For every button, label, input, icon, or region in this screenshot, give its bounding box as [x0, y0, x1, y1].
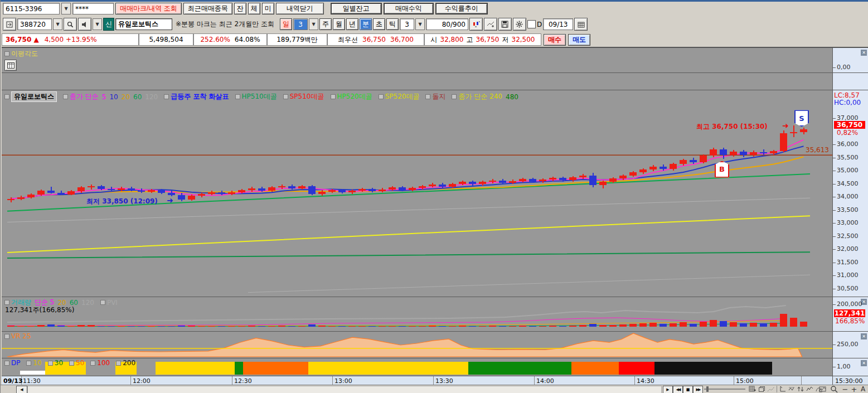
vr-indicator-panel[interactable]: VR 25 — [2, 332, 832, 358]
gear-icon[interactable] — [513, 18, 526, 31]
speed-slider-thumb[interactable] — [706, 386, 709, 392]
period-tick-button[interactable]: 틱 — [386, 18, 399, 30]
grid-settings-icon[interactable] — [4, 60, 17, 71]
stock-name[interactable]: 유일로보틱스 — [115, 18, 172, 30]
scroll-left-icon[interactable]: ◀ — [16, 386, 27, 393]
trade-profit-button[interactable]: 매매수익 — [384, 3, 434, 14]
ma-angle-panel[interactable]: 이평각도 — [2, 48, 832, 73]
legend-item: 종가 단순 240 — [458, 92, 502, 101]
window-link-icon[interactable] — [3, 18, 16, 31]
legend-toggle-square[interactable] — [425, 94, 430, 99]
snapshot-icon[interactable] — [818, 385, 827, 393]
legend-toggle-square[interactable] — [90, 361, 95, 366]
jan-button[interactable]: 잔 — [234, 3, 246, 14]
close-panel-icon[interactable]: ✕ — [861, 50, 867, 56]
save-icon[interactable] — [498, 18, 512, 31]
daily-balance-button[interactable]: 일별잔고 — [331, 3, 382, 14]
compare-candles-icon[interactable] — [469, 18, 483, 31]
legend-toggle-square[interactable] — [116, 361, 121, 366]
sell-button[interactable]: 매도 — [568, 34, 590, 46]
legend-toggle-square[interactable] — [164, 94, 169, 99]
zoom-in-icon[interactable]: + — [850, 385, 858, 393]
legend-toggle-square[interactable] — [4, 300, 9, 305]
candle-body — [619, 176, 627, 179]
account-select[interactable]: 6115-3396 — [3, 3, 60, 14]
vr-toggle-square[interactable] — [4, 334, 9, 339]
legend-toggle-square[interactable] — [100, 300, 105, 305]
legend-toggle-square[interactable] — [4, 94, 9, 99]
main-chart-panel[interactable]: 유일로보틱스종가 단순5102060120급등주 포착 화살표HP510데골SP… — [2, 90, 832, 297]
d-checkbox[interactable] — [527, 20, 536, 28]
legend-toggle-square[interactable] — [452, 94, 457, 99]
dp-indicator-panel[interactable]: DP103050100200 — [2, 358, 832, 376]
legend-toggle-square[interactable] — [69, 361, 74, 366]
calendar-icon[interactable] — [574, 18, 588, 31]
legend-toggle-square[interactable] — [379, 94, 384, 99]
close-dp-icon[interactable]: ✕ — [861, 360, 867, 366]
return-trend-button[interactable]: 수익률추이 — [435, 3, 488, 14]
search-icon[interactable] — [64, 18, 77, 31]
legend-toggle-square[interactable] — [4, 361, 9, 366]
stock-code-select[interactable]: 388720 — [17, 18, 52, 30]
legend-item: 돌지 — [432, 92, 445, 101]
auto-scale-icon[interactable]: A — [859, 385, 867, 393]
legend-toggle-square[interactable] — [235, 94, 240, 99]
volume-bar — [248, 326, 255, 327]
account-dropdown-arrow-icon[interactable]: ▼ — [61, 3, 71, 14]
grid-add-icon[interactable] — [748, 385, 757, 393]
period-day-button[interactable]: 일 — [280, 18, 292, 30]
date-field[interactable]: 09/13 — [543, 18, 573, 30]
period-year-button[interactable]: 년 — [346, 18, 358, 30]
stop-icon[interactable]: ■ — [683, 386, 693, 393]
dp-axis[interactable]: ✕ 1,00 — [832, 358, 868, 376]
speaker-icon[interactable] — [78, 18, 91, 31]
close-vr-icon[interactable]: ✕ — [861, 333, 867, 339]
cascade-windows-icon[interactable] — [757, 385, 766, 393]
trade-mark-inquiry-button[interactable]: 매매마크/내역 조회 — [115, 3, 182, 14]
ma-angle-axis[interactable]: ✕ 0,00 — [832, 48, 868, 73]
legend-toggle-square[interactable] — [63, 94, 68, 99]
scrollbar-track[interactable] — [27, 386, 662, 393]
trendline-add-icon[interactable] — [484, 18, 497, 31]
panel-toggle-square[interactable] — [4, 51, 9, 56]
close-history-button[interactable]: 내역닫기 — [276, 3, 324, 14]
che-button[interactable]: 체 — [248, 3, 260, 14]
tick-value-select[interactable]: 3 — [400, 18, 414, 30]
recent-traded-stocks-button[interactable]: 최근매매종목 — [183, 3, 232, 14]
trend-tool-icon[interactable] — [788, 385, 796, 393]
legend-toggle-square[interactable] — [26, 361, 31, 366]
password-field[interactable]: **** — [72, 3, 114, 14]
crosshair-tool-icon[interactable] — [779, 385, 787, 393]
rewind-icon[interactable]: ◀◀ — [673, 386, 683, 393]
volume-panel[interactable]: 거래량단순 52060120PVI 127,341주(166,85%) — [2, 297, 832, 332]
mi-button[interactable]: 미 — [262, 3, 274, 14]
fast-forward-icon[interactable]: ▶▶ — [693, 386, 703, 393]
zigzag-tool-icon[interactable] — [806, 385, 814, 393]
bar-count-field[interactable]: 80/900 — [426, 18, 468, 30]
day-value-select[interactable]: 3 — [293, 18, 308, 30]
legend-toggle-square[interactable] — [48, 361, 53, 366]
time-label: 13:00 — [334, 377, 352, 385]
period-minute-button[interactable]: 분 — [360, 18, 372, 30]
magnifier-icon[interactable] — [829, 385, 839, 393]
period-week-button[interactable]: 주 — [319, 18, 332, 30]
speed-slider[interactable] — [704, 389, 745, 390]
updown-tool-icon[interactable] — [797, 385, 805, 393]
empty-axis[interactable] — [832, 73, 868, 90]
empty-sub-panel[interactable] — [2, 73, 832, 90]
price-axis[interactable]: LC:8,57 HC:0,00 36,750 0,82% 37,00036,00… — [832, 90, 868, 297]
legend-toggle-square[interactable] — [283, 94, 288, 99]
buy-button[interactable]: 매수 — [544, 34, 566, 46]
volume-axis[interactable]: ✕ 200,000 127,341 166,85% — [832, 297, 868, 332]
play-icon[interactable]: ▶ — [663, 386, 673, 393]
legend-toggle-square[interactable] — [331, 94, 336, 99]
period-second-button[interactable]: 초 — [373, 18, 385, 30]
tick-dropdown-arrow-icon[interactable]: ▼ — [415, 18, 425, 30]
dashed-trend-icon[interactable] — [767, 385, 775, 393]
speaker-dropdown-arrow-icon[interactable]: ▼ — [93, 18, 102, 30]
code-dropdown-arrow-icon[interactable]: ▼ — [53, 18, 62, 30]
zoom-out-icon[interactable]: − — [841, 385, 849, 393]
vr-axis[interactable]: ✕ 250,00 — [832, 332, 868, 358]
day-value-dropdown-arrow-icon[interactable]: ▼ — [309, 18, 318, 30]
period-month-button[interactable]: 월 — [333, 18, 345, 30]
